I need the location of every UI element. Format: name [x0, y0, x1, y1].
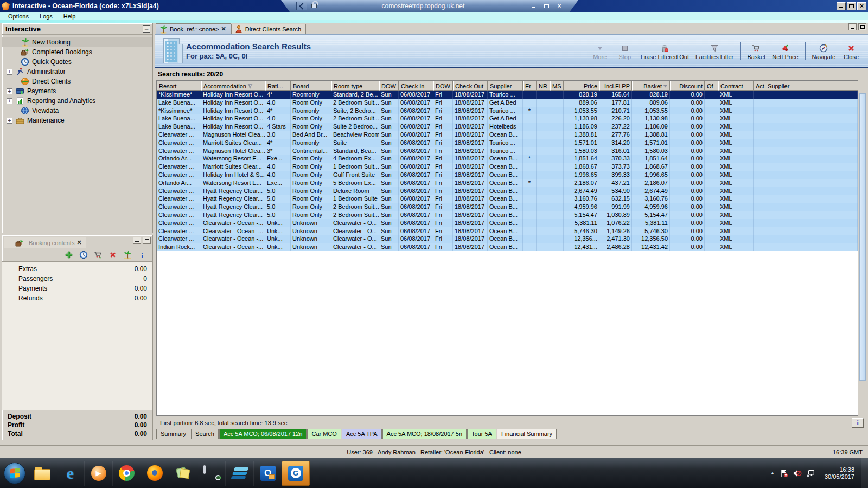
sidebar-item-payments[interactable]: +$Payments — [2, 86, 152, 96]
expand-icon[interactable]: + — [7, 98, 12, 104]
tray-expand-icon[interactable]: ▲ — [770, 471, 775, 476]
table-row[interactable]: Clearwater ...Clearwater - Ocean -...Unk… — [157, 235, 858, 243]
sidebar-item-maintenance[interactable]: +Maintenance — [2, 115, 152, 125]
start-button[interactable] — [2, 461, 28, 486]
sidebar-item-quick-quotes[interactable]: Quick Quotes — [2, 57, 152, 67]
menu-item-options[interactable]: Options — [3, 13, 34, 20]
clock-icon[interactable] — [79, 250, 88, 260]
column-header-rati[interactable]: Rati... — [265, 81, 291, 91]
taskbar-icon-explorer[interactable] — [28, 461, 56, 486]
taskbar-icon-notes[interactable] — [169, 461, 197, 486]
table-row[interactable]: Clearwater ...Hyatt Regency Clear...5.0R… — [157, 195, 858, 203]
rdp-restore-button[interactable] — [542, 2, 550, 10]
taskbar-icon-horizon[interactable] — [225, 461, 253, 486]
window-close-button[interactable]: × — [857, 2, 866, 10]
main-panel-minimize-button[interactable] — [848, 23, 857, 30]
taskbar-icon-firefox[interactable] — [141, 461, 169, 486]
network-icon[interactable] — [807, 469, 815, 478]
navigate-button[interactable]: Navigate — [812, 42, 835, 60]
column-header-nr[interactable]: NR — [537, 81, 550, 91]
table-row[interactable]: Orlando Ar...Watersong Resort E...Exe...… — [157, 179, 858, 187]
table-row[interactable]: Clearwater ...Magnuson Hotel Clea...3*Co… — [157, 147, 858, 155]
table-row[interactable]: Lake Buena...Holiday Inn Resort O...4.0R… — [157, 114, 858, 123]
column-header-dow[interactable]: DOW — [379, 81, 399, 91]
taskbar-icon-chrome[interactable] — [112, 461, 141, 486]
bottom-tab-acc-5a-mco-06-08-2017-12n[interactable]: Acc 5A MCO; 06/08/2017 12n — [219, 429, 307, 439]
sidebar-item-direct-clients[interactable]: Direct Clients — [2, 76, 152, 86]
table-row[interactable]: Clearwater ...Hyatt Regency Clear...5.0R… — [157, 187, 858, 195]
rdp-pin-button[interactable] — [296, 2, 307, 10]
table-row[interactable]: Lake Buena...Holiday Inn Resort O...4.0R… — [157, 99, 858, 107]
facilities-filter-button[interactable]: Facilities Filter — [695, 42, 733, 60]
column-header-supplier[interactable]: Supplier — [488, 81, 523, 91]
column-header-check-in[interactable]: Check In — [399, 81, 433, 91]
window-minimize-button[interactable] — [837, 2, 846, 10]
booking-panel-maximize-button[interactable] — [143, 237, 151, 244]
volume-muted-icon[interactable] — [793, 469, 802, 478]
taskbar-icon-gapp[interactable]: G — [282, 461, 310, 486]
table-row[interactable]: Clearwater ...Hyatt Regency Clear...5.0R… — [157, 203, 858, 211]
table-row[interactable]: Clearwater ...Magnuson Hotel Clea...3.0B… — [157, 131, 858, 139]
bottom-tab-summary[interactable]: Summary — [156, 429, 190, 439]
tab-close-icon[interactable]: ✕ — [221, 25, 226, 33]
plus-icon[interactable] — [64, 250, 74, 260]
menu-item-help[interactable]: Help — [59, 13, 81, 20]
sidebar-item-administrator[interactable]: +Administrator — [2, 67, 152, 76]
booking-tab-close-icon[interactable]: ✕ — [76, 239, 81, 246]
panel-collapse-button[interactable]: − — [143, 25, 150, 33]
erase-filtered-out-button[interactable]: Erase Filtered Out — [641, 42, 689, 60]
sidebar-item-reporting-and-analytics[interactable]: +Reporting and Analytics — [2, 96, 152, 106]
palm-icon[interactable] — [123, 250, 132, 260]
column-header-resort[interactable]: Resort — [157, 81, 201, 91]
tab-direct-clients-search[interactable]: Direct Clients Search — [231, 24, 306, 34]
expand-icon[interactable]: + — [7, 118, 12, 124]
tab-book-ref-none[interactable]: Book. ref.: <none>✕ — [156, 23, 231, 34]
rdp-minimize-button[interactable] — [529, 2, 537, 10]
action-center-flag-icon[interactable] — [780, 469, 788, 478]
booking-contents-tab[interactable]: Booking contents ✕ — [4, 237, 86, 248]
table-row[interactable]: Lake Buena...Holiday Inn Resort O...4 St… — [157, 123, 858, 131]
bottom-tab-search[interactable]: Search — [191, 429, 219, 439]
bottom-tab-acc-5a-tpa[interactable]: Acc 5A TPA — [342, 429, 382, 439]
column-header-accommodation[interactable]: Accommodation — [201, 81, 265, 91]
table-row[interactable]: Indian Rock...Clearwater - Ocean -...Unk… — [157, 243, 858, 251]
bottom-tab-acc-5a-mco-18-08-2017-5n[interactable]: Acc 5A MCO; 18/08/2017 5n — [382, 429, 467, 439]
info-icon[interactable]: i — [137, 250, 147, 260]
column-header-ms[interactable]: MS — [550, 81, 564, 91]
window-restore-button[interactable] — [847, 2, 856, 10]
sidebar-item-completed-bookings[interactable]: Completed Bookings — [2, 47, 152, 57]
taskbar-icon-rdp[interactable] — [197, 461, 225, 486]
main-panel-maximize-button[interactable] — [858, 23, 866, 30]
column-header-dow[interactable]: DOW — [433, 81, 453, 91]
column-header-er[interactable]: Er — [523, 81, 537, 91]
bottom-tab-car-mco[interactable]: Car MCO — [307, 429, 341, 439]
bottom-tab-financial-summary[interactable]: Financial Summary — [497, 429, 557, 439]
basket-button[interactable]: Basket — [747, 42, 765, 60]
column-header-contract[interactable]: Contract — [718, 81, 754, 91]
column-header-incl-fl-pp[interactable]: Incl.Fl.PP — [599, 81, 632, 91]
booking-panel-minimize-button[interactable] — [133, 237, 141, 244]
expand-icon[interactable]: + — [7, 88, 12, 94]
redx-icon[interactable] — [108, 250, 118, 260]
column-header-act-supplier[interactable]: Act. Supplier — [754, 81, 803, 91]
sidebar-item-new-booking[interactable]: New Booking — [2, 37, 152, 47]
column-header-discount[interactable]: Discount — [670, 81, 705, 91]
column-header-board[interactable]: Board — [291, 81, 331, 91]
taskbar-clock[interactable]: 16:38 30/05/2017 — [820, 466, 859, 480]
rdp-close-button[interactable]: × — [556, 2, 563, 10]
bottom-tab-tour-5a[interactable]: Tour 5A — [467, 429, 496, 439]
table-row[interactable]: *Kissimmee*Holiday Inn Resort O...4*Room… — [157, 91, 858, 99]
table-row[interactable]: Orlando Ar...Watersong Resort E...Exe...… — [157, 155, 858, 163]
table-row[interactable]: Clearwater ...Marriott Suites Clear...4.… — [157, 163, 858, 171]
close-button[interactable]: Close — [842, 42, 860, 60]
table-row[interactable]: Clearwater ...Hyatt Regency Clear...5.0R… — [157, 211, 858, 219]
column-header-of[interactable]: Of — [705, 81, 718, 91]
column-header-basket[interactable]: Basket — [632, 81, 670, 91]
table-row[interactable]: *Kissimmee*Holiday Inn Resort O...4*Room… — [157, 107, 858, 115]
expand-icon[interactable]: + — [7, 69, 12, 75]
sidebar-item-viewdata[interactable]: Viewdata — [2, 106, 152, 115]
table-row[interactable]: Clearwater ...Holiday Inn Hotel & S...4.… — [157, 171, 858, 179]
table-row[interactable]: Clearwater ...Marriott Suites Clear...4*… — [157, 139, 858, 147]
column-header-room-type[interactable]: Room type — [331, 81, 379, 91]
taskbar-icon-wmp[interactable]: ▶ — [84, 461, 112, 486]
